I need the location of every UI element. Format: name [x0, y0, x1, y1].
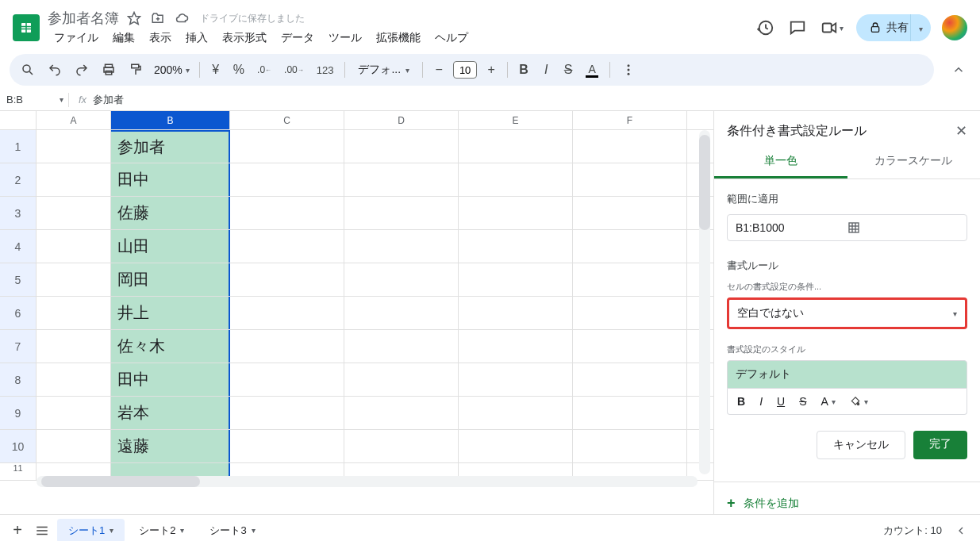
style-text-color-icon[interactable]: A▾	[814, 392, 841, 411]
cell[interactable]	[344, 230, 459, 263]
cell[interactable]	[230, 130, 344, 163]
cell[interactable]	[230, 297, 344, 329]
range-input[interactable]: B1:B1000	[727, 214, 967, 241]
select-range-icon[interactable]	[847, 221, 959, 234]
number-format-icon[interactable]: 123	[312, 59, 339, 81]
row-header[interactable]: 9	[0, 397, 37, 429]
doc-title[interactable]: 参加者名簿	[48, 9, 119, 28]
count-badge[interactable]: カウント: 10	[883, 524, 942, 538]
cell[interactable]	[344, 197, 459, 229]
tab-single-color[interactable]: 単一色	[714, 146, 847, 178]
sheet-tab-1[interactable]: シート1▾	[57, 519, 125, 542]
style-bold-icon[interactable]: B	[731, 392, 751, 411]
cloud-saved-icon[interactable]	[173, 10, 190, 27]
style-italic-icon[interactable]: I	[753, 392, 769, 411]
row-header[interactable]: 5	[0, 263, 37, 296]
row-header[interactable]: 4	[0, 230, 37, 263]
cell[interactable]	[573, 397, 687, 429]
italic-icon[interactable]: I	[536, 58, 555, 82]
strikethrough-icon[interactable]: S	[559, 58, 578, 82]
tab-color-scale[interactable]: カラースケール	[847, 146, 981, 178]
cell[interactable]	[37, 163, 111, 196]
cell[interactable]	[459, 197, 573, 229]
menu-format[interactable]: 表示形式	[216, 29, 273, 47]
cell[interactable]	[573, 430, 687, 462]
currency-icon[interactable]: ¥	[206, 58, 225, 82]
cell[interactable]	[37, 330, 111, 363]
cell[interactable]	[573, 330, 687, 363]
paint-format-icon[interactable]	[124, 58, 148, 82]
cell[interactable]: 田中	[111, 163, 230, 196]
cell[interactable]	[230, 330, 344, 363]
history-icon[interactable]	[755, 17, 776, 38]
cell[interactable]	[573, 230, 687, 263]
redo-icon[interactable]	[70, 58, 94, 82]
cell[interactable]	[344, 263, 459, 296]
more-toolbar-icon[interactable]	[617, 58, 640, 82]
menu-tools[interactable]: ツール	[322, 29, 368, 47]
share-dropdown[interactable]: ▾	[910, 14, 931, 41]
cell[interactable]	[344, 297, 459, 329]
undo-icon[interactable]	[43, 58, 67, 82]
cell[interactable]: 井上	[111, 297, 230, 329]
menu-data[interactable]: データ	[275, 29, 321, 47]
add-rule-button[interactable]: + 条件を追加	[714, 482, 980, 514]
cell[interactable]	[37, 230, 111, 263]
cell[interactable]	[459, 363, 573, 396]
font-size-decrease[interactable]: −	[429, 58, 448, 82]
cell[interactable]: 参加者	[111, 130, 230, 163]
cell[interactable]	[37, 197, 111, 229]
move-icon[interactable]	[149, 10, 167, 27]
sheet-tab-2[interactable]: シート2▾	[128, 519, 195, 542]
cell[interactable]	[573, 263, 687, 296]
condition-dropdown[interactable]: 空白ではない ▾	[727, 297, 967, 329]
sheet-tab-3[interactable]: シート3▾	[198, 519, 266, 542]
text-color-icon[interactable]: A	[581, 58, 603, 82]
cell[interactable]	[459, 430, 573, 462]
col-header-a[interactable]: A	[37, 111, 111, 129]
style-fill-color-icon[interactable]: ▾	[844, 392, 874, 411]
font-select[interactable]: デフォ...▾	[352, 61, 416, 79]
col-header-d[interactable]: D	[344, 111, 459, 129]
cell[interactable]	[230, 430, 344, 462]
collapse-toolbar-icon[interactable]	[943, 58, 974, 82]
cell[interactable]	[230, 263, 344, 296]
bold-icon[interactable]: B	[514, 58, 533, 82]
cell[interactable]	[344, 130, 459, 163]
horizontal-scrollbar[interactable]	[37, 476, 698, 487]
all-sheets-icon[interactable]	[30, 519, 54, 542]
add-sheet-icon[interactable]: +	[8, 516, 27, 541]
cancel-button[interactable]: キャンセル	[817, 431, 905, 459]
font-size-input[interactable]	[453, 61, 477, 79]
cell[interactable]	[573, 163, 687, 196]
row-header[interactable]: 1	[0, 130, 37, 163]
zoom-select[interactable]: 200%▾	[151, 62, 193, 78]
cell[interactable]	[573, 297, 687, 329]
menu-view[interactable]: 表示	[143, 29, 178, 47]
search-icon[interactable]	[16, 58, 40, 82]
meet-icon[interactable]: ▾	[819, 17, 845, 38]
cell[interactable]	[230, 163, 344, 196]
cell[interactable]	[37, 130, 111, 163]
menu-help[interactable]: ヘルプ	[429, 29, 475, 47]
cell[interactable]	[344, 163, 459, 196]
col-header-b[interactable]: B	[111, 111, 230, 129]
cell[interactable]: 佐々木	[111, 330, 230, 363]
menu-file[interactable]: ファイル	[48, 29, 105, 47]
sheets-logo[interactable]	[13, 14, 40, 41]
cell[interactable]	[344, 430, 459, 462]
decrease-decimal-icon[interactable]: .0←	[252, 59, 276, 80]
comment-icon[interactable]	[787, 17, 808, 38]
menu-extensions[interactable]: 拡張機能	[370, 29, 427, 47]
cell[interactable]	[230, 363, 344, 396]
cell[interactable]	[459, 397, 573, 429]
select-all-corner[interactable]	[0, 111, 37, 129]
cell[interactable]	[344, 330, 459, 363]
done-button[interactable]: 完了	[913, 431, 967, 459]
close-icon[interactable]: ✕	[955, 122, 967, 140]
cell[interactable]	[37, 263, 111, 296]
style-preview[interactable]: デフォルト	[727, 360, 967, 389]
cell[interactable]	[230, 230, 344, 263]
vertical-scrollbar[interactable]	[699, 130, 710, 474]
cell[interactable]	[459, 330, 573, 363]
